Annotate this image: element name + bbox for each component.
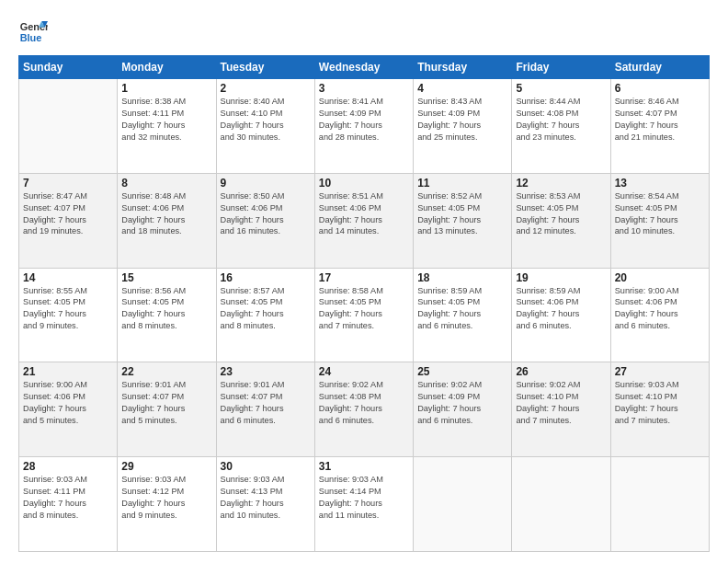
day-number: 15 xyxy=(121,271,211,284)
day-number: 1 xyxy=(121,82,211,95)
calendar-cell: 28Sunrise: 9:03 AM Sunset: 4:11 PM Dayli… xyxy=(19,457,118,552)
calendar-cell: 21Sunrise: 9:00 AM Sunset: 4:06 PM Dayli… xyxy=(19,362,118,457)
calendar-cell: 15Sunrise: 8:56 AM Sunset: 4:05 PM Dayli… xyxy=(118,268,216,362)
day-number: 29 xyxy=(121,460,211,473)
calendar-cell: 11Sunrise: 8:52 AM Sunset: 4:05 PM Dayli… xyxy=(414,173,512,268)
day-info: Sunrise: 8:58 AM Sunset: 4:05 PM Dayligh… xyxy=(319,285,409,333)
logo: General Blue xyxy=(18,17,48,46)
day-number: 5 xyxy=(516,82,606,95)
calendar-cell: 27Sunrise: 9:03 AM Sunset: 4:10 PM Dayli… xyxy=(610,362,709,457)
day-number: 23 xyxy=(221,365,311,378)
calendar-cell: 4Sunrise: 8:43 AM Sunset: 4:09 PM Daylig… xyxy=(414,79,512,174)
day-info: Sunrise: 8:41 AM Sunset: 4:09 PM Dayligh… xyxy=(319,96,409,144)
calendar-cell: 18Sunrise: 8:59 AM Sunset: 4:05 PM Dayli… xyxy=(414,268,512,362)
weekday-header-row: SundayMondayTuesdayWednesdayThursdayFrid… xyxy=(19,56,710,79)
day-info: Sunrise: 9:02 AM Sunset: 4:10 PM Dayligh… xyxy=(516,379,606,427)
calendar-cell: 29Sunrise: 9:03 AM Sunset: 4:12 PM Dayli… xyxy=(118,457,216,552)
weekday-header-tuesday: Tuesday xyxy=(216,56,314,79)
day-info: Sunrise: 9:01 AM Sunset: 4:07 PM Dayligh… xyxy=(121,379,211,427)
day-number: 2 xyxy=(221,82,311,95)
weekday-header-sunday: Sunday xyxy=(19,56,118,79)
week-row-4: 21Sunrise: 9:00 AM Sunset: 4:06 PM Dayli… xyxy=(19,362,710,457)
calendar-cell: 9Sunrise: 8:50 AM Sunset: 4:06 PM Daylig… xyxy=(216,173,314,268)
week-row-3: 14Sunrise: 8:55 AM Sunset: 4:05 PM Dayli… xyxy=(19,268,710,362)
weekday-header-wednesday: Wednesday xyxy=(314,56,413,79)
day-number: 14 xyxy=(23,271,113,284)
day-info: Sunrise: 8:51 AM Sunset: 4:06 PM Dayligh… xyxy=(319,190,409,238)
day-number: 22 xyxy=(121,365,211,378)
day-info: Sunrise: 9:03 AM Sunset: 4:10 PM Dayligh… xyxy=(615,379,705,427)
calendar-cell: 7Sunrise: 8:47 AM Sunset: 4:07 PM Daylig… xyxy=(19,173,118,268)
calendar-cell: 14Sunrise: 8:55 AM Sunset: 4:05 PM Dayli… xyxy=(19,268,118,362)
calendar-cell: 5Sunrise: 8:44 AM Sunset: 4:08 PM Daylig… xyxy=(512,79,610,174)
day-info: Sunrise: 8:46 AM Sunset: 4:07 PM Dayligh… xyxy=(615,96,705,144)
calendar-cell: 8Sunrise: 8:48 AM Sunset: 4:06 PM Daylig… xyxy=(118,173,216,268)
calendar-cell: 12Sunrise: 8:53 AM Sunset: 4:05 PM Dayli… xyxy=(512,173,610,268)
day-number: 17 xyxy=(319,271,409,284)
week-row-1: 1Sunrise: 8:38 AM Sunset: 4:11 PM Daylig… xyxy=(19,79,710,174)
day-info: Sunrise: 9:01 AM Sunset: 4:07 PM Dayligh… xyxy=(221,379,311,427)
weekday-header-friday: Friday xyxy=(512,56,610,79)
day-info: Sunrise: 8:48 AM Sunset: 4:06 PM Dayligh… xyxy=(121,190,211,238)
day-number: 26 xyxy=(516,365,606,378)
day-number: 28 xyxy=(23,460,113,473)
day-info: Sunrise: 8:43 AM Sunset: 4:09 PM Dayligh… xyxy=(417,96,507,144)
calendar-cell xyxy=(610,457,709,552)
day-number: 8 xyxy=(121,177,211,190)
day-info: Sunrise: 9:02 AM Sunset: 4:08 PM Dayligh… xyxy=(319,379,409,427)
calendar-cell: 25Sunrise: 9:02 AM Sunset: 4:09 PM Dayli… xyxy=(414,362,512,457)
day-info: Sunrise: 8:40 AM Sunset: 4:10 PM Dayligh… xyxy=(221,96,311,144)
day-number: 7 xyxy=(23,177,113,190)
day-number: 25 xyxy=(417,365,507,378)
calendar-cell: 22Sunrise: 9:01 AM Sunset: 4:07 PM Dayli… xyxy=(118,362,216,457)
day-info: Sunrise: 8:44 AM Sunset: 4:08 PM Dayligh… xyxy=(516,96,606,144)
day-info: Sunrise: 9:03 AM Sunset: 4:13 PM Dayligh… xyxy=(221,474,311,522)
weekday-header-saturday: Saturday xyxy=(610,56,709,79)
weekday-header-monday: Monday xyxy=(118,56,216,79)
day-number: 30 xyxy=(221,460,311,473)
day-number: 24 xyxy=(319,365,409,378)
day-number: 20 xyxy=(615,271,705,284)
day-info: Sunrise: 8:38 AM Sunset: 4:11 PM Dayligh… xyxy=(121,96,211,144)
day-number: 18 xyxy=(417,271,507,284)
day-info: Sunrise: 9:03 AM Sunset: 4:12 PM Dayligh… xyxy=(121,474,211,522)
logo-icon: General Blue xyxy=(18,17,48,46)
day-number: 4 xyxy=(417,82,507,95)
calendar-cell: 31Sunrise: 9:03 AM Sunset: 4:14 PM Dayli… xyxy=(314,457,413,552)
day-info: Sunrise: 8:57 AM Sunset: 4:05 PM Dayligh… xyxy=(221,285,311,333)
calendar-page: General Blue SundayMondayTuesdayWednesda… xyxy=(0,0,728,563)
calendar-cell: 1Sunrise: 8:38 AM Sunset: 4:11 PM Daylig… xyxy=(118,79,216,174)
day-info: Sunrise: 8:54 AM Sunset: 4:05 PM Dayligh… xyxy=(615,190,705,238)
day-info: Sunrise: 9:00 AM Sunset: 4:06 PM Dayligh… xyxy=(23,379,113,427)
calendar-cell: 6Sunrise: 8:46 AM Sunset: 4:07 PM Daylig… xyxy=(610,79,709,174)
calendar-cell xyxy=(19,79,118,174)
day-number: 16 xyxy=(221,271,311,284)
day-number: 6 xyxy=(615,82,705,95)
day-number: 19 xyxy=(516,271,606,284)
day-info: Sunrise: 8:52 AM Sunset: 4:05 PM Dayligh… xyxy=(417,190,507,238)
calendar-cell: 10Sunrise: 8:51 AM Sunset: 4:06 PM Dayli… xyxy=(314,173,413,268)
day-info: Sunrise: 9:00 AM Sunset: 4:06 PM Dayligh… xyxy=(615,285,705,333)
calendar-cell xyxy=(512,457,610,552)
calendar-cell xyxy=(414,457,512,552)
day-number: 9 xyxy=(221,177,311,190)
calendar-cell: 3Sunrise: 8:41 AM Sunset: 4:09 PM Daylig… xyxy=(314,79,413,174)
day-info: Sunrise: 8:47 AM Sunset: 4:07 PM Dayligh… xyxy=(23,190,113,238)
day-info: Sunrise: 8:55 AM Sunset: 4:05 PM Dayligh… xyxy=(23,285,113,333)
day-number: 10 xyxy=(319,177,409,190)
week-row-2: 7Sunrise: 8:47 AM Sunset: 4:07 PM Daylig… xyxy=(19,173,710,268)
day-number: 3 xyxy=(319,82,409,95)
day-info: Sunrise: 9:02 AM Sunset: 4:09 PM Dayligh… xyxy=(417,379,507,427)
day-number: 21 xyxy=(23,365,113,378)
page-header: General Blue xyxy=(18,17,710,46)
day-number: 13 xyxy=(615,177,705,190)
calendar-cell: 19Sunrise: 8:59 AM Sunset: 4:06 PM Dayli… xyxy=(512,268,610,362)
day-number: 27 xyxy=(615,365,705,378)
calendar-cell: 17Sunrise: 8:58 AM Sunset: 4:05 PM Dayli… xyxy=(314,268,413,362)
calendar-cell: 26Sunrise: 9:02 AM Sunset: 4:10 PM Dayli… xyxy=(512,362,610,457)
calendar-cell: 23Sunrise: 9:01 AM Sunset: 4:07 PM Dayli… xyxy=(216,362,314,457)
calendar-cell: 13Sunrise: 8:54 AM Sunset: 4:05 PM Dayli… xyxy=(610,173,709,268)
calendar-cell: 24Sunrise: 9:02 AM Sunset: 4:08 PM Dayli… xyxy=(314,362,413,457)
day-info: Sunrise: 8:59 AM Sunset: 4:06 PM Dayligh… xyxy=(516,285,606,333)
calendar-cell: 20Sunrise: 9:00 AM Sunset: 4:06 PM Dayli… xyxy=(610,268,709,362)
